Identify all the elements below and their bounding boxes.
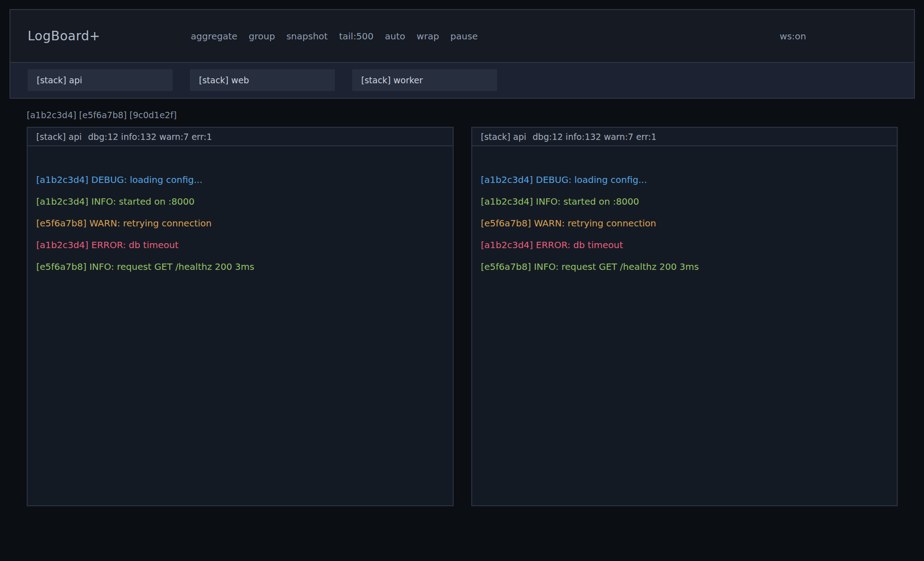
log-line: [e5f6a7b8] WARN: retrying connection — [36, 212, 444, 234]
panel-title: [stack] api — [36, 132, 82, 142]
log-line: [a1b2c3d4] ERROR: db timeout — [481, 234, 888, 256]
stack-tab-bar: [stack] api [stack] web [stack] worker — [10, 62, 914, 98]
log-panel-left-header: [stack] api dbg:12 info:132 warn:7 err:1 — [28, 128, 453, 146]
log-output[interactable]: [a1b2c3d4] DEBUG: loading config... [a1b… — [28, 146, 453, 300]
log-panel-right-header: [stack] api dbg:12 info:132 warn:7 err:1 — [472, 128, 897, 146]
toolbar-menu: aggregate group snapshot tail:500 auto w… — [191, 31, 478, 42]
panel-log-counts: dbg:12 info:132 warn:7 err:1 — [532, 132, 657, 142]
title-bar: LogBoard+ aggregate group snapshot tail:… — [10, 10, 914, 62]
menu-item-pause[interactable]: pause — [450, 31, 478, 42]
menu-item-group[interactable]: group — [249, 31, 275, 42]
log-line: [a1b2c3d4] DEBUG: loading config... — [36, 169, 444, 191]
tab-stack-api[interactable]: [stack] api — [28, 69, 173, 91]
log-line: [a1b2c3d4] ERROR: db timeout — [36, 234, 444, 256]
tab-stack-worker[interactable]: [stack] worker — [352, 69, 497, 91]
log-line: [a1b2c3d4] INFO: started on :8000 — [481, 191, 888, 212]
log-line: [a1b2c3d4] DEBUG: loading config... — [481, 169, 888, 191]
panel-title: [stack] api — [481, 132, 526, 142]
panel-log-counts: dbg:12 info:132 warn:7 err:1 — [88, 132, 212, 142]
log-line: [e5f6a7b8] WARN: retrying connection — [481, 212, 888, 234]
websocket-status-toggle[interactable]: ws:on — [780, 31, 806, 42]
log-panel-right: [stack] api dbg:12 info:132 warn:7 err:1… — [471, 127, 898, 506]
trace-id-list: [a1b2c3d4] [e5f6a7b8] [9c0d1e2f] — [27, 110, 177, 120]
header: LogBoard+ aggregate group snapshot tail:… — [10, 9, 915, 99]
log-panel-left: [stack] api dbg:12 info:132 warn:7 err:1… — [27, 127, 454, 506]
app-title: LogBoard+ — [28, 29, 191, 43]
menu-item-aggregate[interactable]: aggregate — [191, 31, 237, 42]
menu-item-tail[interactable]: tail:500 — [339, 31, 373, 42]
tab-stack-web[interactable]: [stack] web — [190, 69, 335, 91]
log-line: [e5f6a7b8] INFO: request GET /healthz 20… — [481, 256, 888, 278]
log-line: [e5f6a7b8] INFO: request GET /healthz 20… — [36, 256, 444, 278]
menu-item-auto[interactable]: auto — [385, 31, 405, 42]
menu-item-snapshot[interactable]: snapshot — [286, 31, 328, 42]
log-line: [a1b2c3d4] INFO: started on :8000 — [36, 191, 444, 212]
log-output[interactable]: [a1b2c3d4] DEBUG: loading config... [a1b… — [472, 146, 897, 300]
menu-item-wrap[interactable]: wrap — [416, 31, 439, 42]
